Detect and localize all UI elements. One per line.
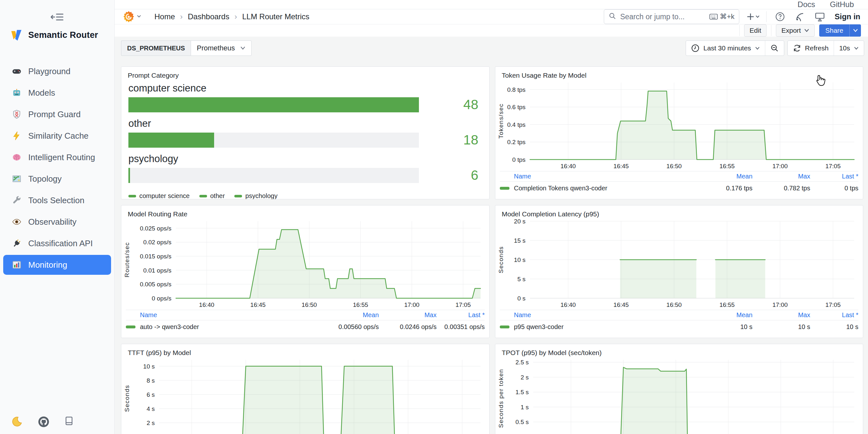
search-shortcut: ⌘+k <box>709 12 735 21</box>
svg-text:16:50: 16:50 <box>666 163 682 169</box>
panel-token-usage: Token Usage Rate by Model 16:4016:4516:5… <box>495 66 863 199</box>
refresh-icon <box>793 44 801 52</box>
svg-text:20 s: 20 s <box>514 218 526 225</box>
legend-row[interactable]: p95 qwen3-coder10 s10 s10 s <box>500 320 858 333</box>
sidebar-item-playground[interactable]: Playground <box>3 61 111 81</box>
legend-header-name[interactable]: Name <box>514 173 695 180</box>
bar-value: 6 <box>419 167 482 183</box>
legend-header-max[interactable]: Max <box>752 311 810 319</box>
legend-header-last[interactable]: Last * <box>810 311 858 319</box>
legend-item[interactable]: other <box>199 192 225 199</box>
ttft-chart[interactable]: 16:4016:4516:5016:5517:0017:050 s2 s4 s6… <box>121 357 489 434</box>
legend-header-mean[interactable]: Mean <box>695 311 752 319</box>
sidebar-item-label: Classification API <box>28 239 93 248</box>
legend-item[interactable]: psychology <box>234 192 277 199</box>
breadcrumb-llm-router-metrics[interactable]: LLM Router Metrics <box>242 12 309 21</box>
legend-series-dash-icon <box>234 195 242 197</box>
search-input[interactable]: Search or jump to... ⌘+k <box>604 9 739 24</box>
svg-text:16:40: 16:40 <box>560 302 576 308</box>
legend-row[interactable]: auto -> qwen3-coder0.00560 ops/s0.0246 o… <box>126 320 485 333</box>
legend-series-dash-icon <box>500 187 509 190</box>
book-icon[interactable] <box>64 416 76 428</box>
breadcrumb-home[interactable]: Home <box>154 12 175 21</box>
panel-title[interactable]: TTFT (p95) by Model <box>121 344 489 356</box>
legend-header-last[interactable]: Last * <box>437 311 485 319</box>
legend-label: psychology <box>245 192 277 199</box>
chart-legend: NameMeanMaxLast *Completion Tokens qwen3… <box>500 171 858 194</box>
svg-text:0 ops/s: 0 ops/s <box>152 295 172 302</box>
legend-value-mean: 10 s <box>695 323 752 331</box>
sidebar-item-topology[interactable]: Topology <box>3 169 111 189</box>
svg-text:2.5 s: 2.5 s <box>516 359 529 366</box>
github-link[interactable]: GitHub <box>830 0 854 9</box>
legend-value-last: 0.00351 ops/s <box>437 323 485 331</box>
org-switcher-caret-icon[interactable] <box>136 13 142 20</box>
breadcrumb-dashboards[interactable]: Dashboards <box>188 12 229 21</box>
legend-header-name[interactable]: Name <box>140 311 321 319</box>
token-usage-chart[interactable]: 16:4016:4516:5016:5517:0017:050 tps0.2 t… <box>495 80 863 171</box>
legend-header-mean[interactable]: Mean <box>695 173 752 180</box>
share-group: Share <box>819 24 861 37</box>
legend-header-mean[interactable]: Mean <box>321 311 379 319</box>
refresh-interval-select[interactable]: 10s <box>834 41 864 56</box>
sidebar-item-classification-api[interactable]: Classification API <box>3 234 111 253</box>
edit-button[interactable]: Edit <box>744 24 767 37</box>
svg-text:4 s: 4 s <box>147 405 155 412</box>
sidebar-item-intelligent-routing[interactable]: Intelligent Routing <box>3 147 111 167</box>
chevron-down-icon <box>240 46 246 50</box>
tpot-chart[interactable]: 16:4016:4516:5016:5517:0017:050 s0.5 s1 … <box>495 357 863 434</box>
docs-link[interactable]: Docs <box>798 0 815 9</box>
sidebar-collapse-icon[interactable] <box>51 11 65 23</box>
moon-icon[interactable] <box>11 416 24 428</box>
help-icon[interactable] <box>774 10 786 23</box>
sidebar-item-label: Observability <box>28 217 76 227</box>
sidebar-item-observability[interactable]: Observability <box>3 212 111 232</box>
legend-header: NameMeanMaxLast * <box>500 172 858 182</box>
datasource-select[interactable]: Prometheus <box>191 40 252 56</box>
sidebar-item-label: Playground <box>28 66 71 76</box>
share-menu-caret[interactable] <box>849 24 861 37</box>
share-button[interactable]: Share <box>819 24 849 37</box>
bar-row: psychology6 <box>128 153 482 183</box>
refresh-button[interactable]: Refresh <box>788 41 834 56</box>
svg-text:Routes/sec: Routes/sec <box>124 242 130 277</box>
time-range-picker[interactable]: Last 30 minutes <box>686 41 765 56</box>
news-icon[interactable] <box>794 10 806 23</box>
zoom-out-button[interactable] <box>765 41 784 56</box>
app-title: Semantic Router <box>28 30 98 40</box>
sidebar-item-similarity-cache[interactable]: Similarity Cache <box>3 126 111 146</box>
panel-title[interactable]: Prompt Category <box>121 67 489 79</box>
bar-chart-icon <box>11 260 22 270</box>
export-button[interactable]: Export <box>776 24 815 37</box>
svg-text:0.8 tps: 0.8 tps <box>507 86 526 93</box>
svg-text:16:40: 16:40 <box>199 302 214 308</box>
legend-item[interactable]: computer science <box>128 192 190 199</box>
panel-title[interactable]: Token Usage Rate by Model <box>495 67 863 79</box>
sidebar-item-models[interactable]: Models <box>3 83 111 103</box>
sidebar-item-label: Tools Selection <box>28 195 85 206</box>
eye-icon <box>11 217 22 227</box>
sidebar-item-monitoring[interactable]: Monitoring <box>3 255 111 275</box>
panel-title[interactable]: TPOT (p95) by Model (sec/token) <box>495 344 863 356</box>
legend-row[interactable]: Completion Tokens qwen3-coder0.176 tps0.… <box>500 182 858 194</box>
github-icon[interactable] <box>38 416 50 428</box>
svg-text:5 s: 5 s <box>518 276 526 282</box>
grafana-logo-icon[interactable] <box>122 10 135 23</box>
panel-title[interactable]: Model Completion Latency (p95) <box>495 206 863 218</box>
sign-in-button[interactable]: Sign in <box>835 12 860 21</box>
sidebar-item-label: Models <box>28 88 55 98</box>
panel-title[interactable]: Model Routing Rate <box>121 206 489 218</box>
latency-chart[interactable]: 16:4016:4516:5016:5517:0017:050 s5 s10 s… <box>495 218 863 310</box>
sidebar-item-prompt-guard[interactable]: Prompt Guard <box>3 104 111 124</box>
routing-rate-chart[interactable]: 16:4016:4516:5016:5517:0017:050 ops/s0.0… <box>121 218 489 310</box>
legend-header-max[interactable]: Max <box>379 311 437 319</box>
svg-text:17:05: 17:05 <box>825 302 841 308</box>
sidebar-item-tools-selection[interactable]: Tools Selection <box>3 190 111 210</box>
add-button[interactable] <box>746 10 759 23</box>
legend-header-last[interactable]: Last * <box>810 173 858 180</box>
legend-header-name[interactable]: Name <box>514 311 695 319</box>
display-icon[interactable] <box>813 10 826 23</box>
legend-header-max[interactable]: Max <box>752 173 810 180</box>
legend-value-max: 0.0246 ops/s <box>379 323 437 331</box>
svg-text:16:40: 16:40 <box>560 163 576 169</box>
